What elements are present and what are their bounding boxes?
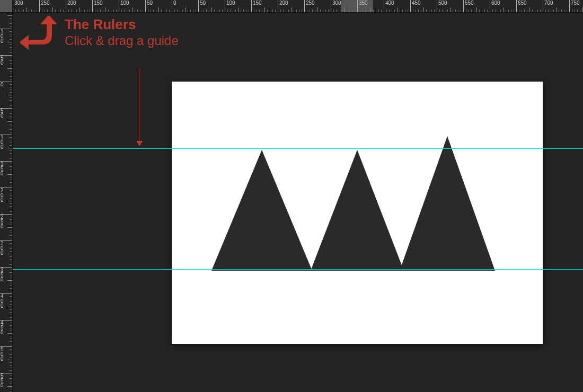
ruler-v-label: 300 [0,241,5,255]
ruler-h-label: 500 [437,0,447,6]
ruler-h-label: 450 [411,0,421,6]
triangle-shape[interactable] [400,135,495,271]
ruler-v-label: 500 [0,347,5,361]
triangle-shape[interactable] [211,148,312,271]
ruler-v-label: 50 [0,56,5,65]
ruler-h-label: 250 [40,0,50,6]
ruler-h-label: 200 [66,0,76,6]
workspace[interactable] [13,13,583,392]
ruler-v-label: 100 [0,29,5,43]
ruler-h-label: 300 [331,0,341,6]
ruler-h-label: 100 [225,0,235,6]
ruler-h-label: 300 [13,0,23,6]
ruler-h-label: 250 [305,0,315,6]
canvas[interactable] [172,82,543,344]
ruler-v-label: 250 [0,215,5,229]
ruler-h-label: 750 [570,0,580,6]
ruler-v-label: 200 [0,188,5,202]
ruler-h-label: 350 [358,0,368,6]
ruler-v-label: 350 [0,268,5,282]
ruler-v-label: 100 [0,135,5,149]
ruler-h-label: 400 [384,0,394,6]
ruler-origin-corner[interactable] [0,0,13,13]
ruler-h-label: 650 [517,0,527,6]
ruler-v-label: 50 [0,109,5,118]
ruler-h-label: 50 [199,0,206,6]
ruler-v-label: 0 [0,82,5,87]
ruler-h-label: 600 [490,0,500,6]
ruler-h-label: 700 [543,0,553,6]
ruler-h-label: 200 [278,0,288,6]
ruler-h-label: 0 [172,0,176,6]
ruler-horizontal[interactable]: 3002502001501005005010015020025030035040… [13,0,583,13]
ruler-v-label: 450 [0,320,5,335]
ruler-v-label: 550 [0,373,5,388]
ruler-h-label: 150 [93,0,103,6]
triangle-shape[interactable] [311,148,404,271]
ruler-h-label: 50 [146,0,153,6]
ruler-h-label: 100 [119,0,129,6]
ruler-h-label: 150 [252,0,262,6]
ruler-vertical[interactable]: 1005005010015020025030035040045050055060… [0,13,13,392]
ruler-v-label: 400 [0,294,5,308]
ruler-v-label: 150 [0,162,5,176]
ruler-h-label: 550 [464,0,474,6]
